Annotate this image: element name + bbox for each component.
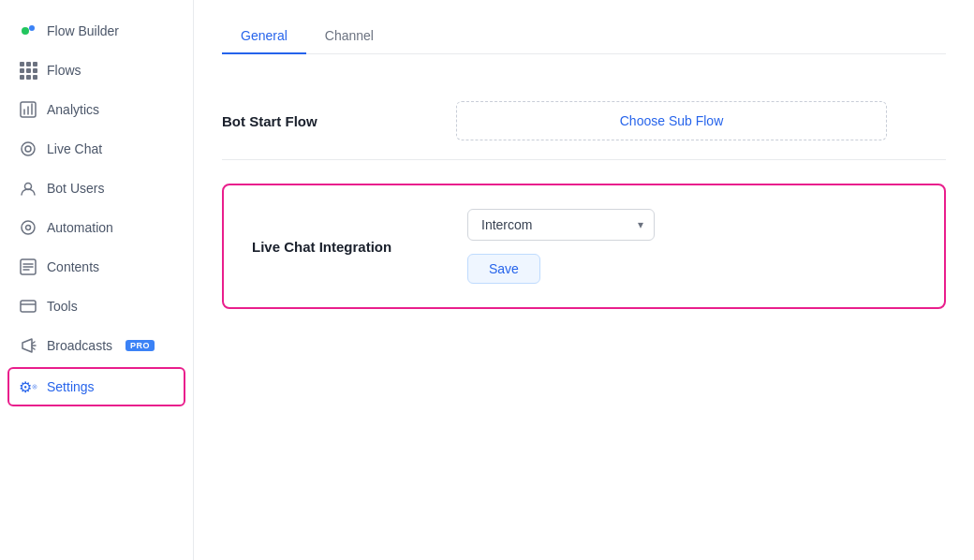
- sidebar-item-label: Tools: [47, 299, 78, 314]
- svg-point-20: [34, 386, 36, 388]
- tools-icon: [19, 297, 37, 316]
- sidebar-item-label: Analytics: [47, 102, 99, 117]
- intercom-select-wrapper: Intercom Zendesk Freshchat None: [467, 209, 655, 241]
- svg-point-1: [29, 25, 35, 31]
- live-chat-provider-select[interactable]: Intercom Zendesk Freshchat None: [467, 209, 655, 241]
- flow-builder-icon: [19, 22, 37, 40]
- tab-general[interactable]: General: [222, 19, 306, 54]
- sidebar-item-label: Flows: [47, 63, 81, 78]
- svg-point-10: [26, 226, 31, 230]
- sidebar-item-broadcasts[interactable]: Broadcasts PRO: [0, 326, 193, 365]
- integration-controls: Intercom Zendesk Freshchat None Save: [467, 209, 655, 284]
- svg-point-9: [22, 221, 35, 234]
- flows-icon: [19, 61, 37, 80]
- bot-start-flow-section: Bot Start Flow Choose Sub Flow: [222, 82, 946, 160]
- svg-rect-15: [21, 301, 36, 312]
- sidebar-item-label: Contents: [47, 259, 99, 274]
- analytics-icon: [19, 100, 37, 119]
- sidebar-item-contents[interactable]: Contents: [0, 247, 193, 287]
- content-area: General Channel Bot Start Flow Choose Su…: [194, 0, 974, 560]
- pro-badge: PRO: [125, 340, 155, 351]
- tabs: General Channel: [222, 0, 946, 54]
- automation-icon: [19, 218, 37, 237]
- sidebar-item-label: Live Chat: [47, 141, 102, 156]
- settings-icon: [19, 377, 37, 396]
- sidebar-item-label: Broadcasts: [47, 338, 112, 353]
- sidebar-item-label: Bot Users: [47, 181, 104, 196]
- sidebar-item-settings[interactable]: Settings: [7, 367, 185, 406]
- botusers-icon: [19, 179, 37, 198]
- svg-point-0: [22, 27, 29, 35]
- sidebar-item-live-chat[interactable]: Live Chat: [0, 129, 193, 169]
- sidebar-item-analytics[interactable]: Analytics: [0, 90, 193, 129]
- choose-sub-flow-button[interactable]: Choose Sub Flow: [456, 101, 887, 140]
- svg-point-7: [25, 146, 31, 152]
- livechat-icon: [19, 140, 37, 158]
- broadcasts-icon: [19, 336, 37, 355]
- sidebar-item-label: Flow Builder: [47, 23, 119, 38]
- sidebar-item-flows[interactable]: Flows: [0, 51, 193, 90]
- live-chat-integration-card: Live Chat Integration Intercom Zendesk F…: [222, 184, 946, 309]
- svg-point-6: [22, 142, 35, 155]
- tab-channel[interactable]: Channel: [306, 19, 392, 54]
- save-button[interactable]: Save: [467, 254, 540, 284]
- sidebar-item-bot-users[interactable]: Bot Users: [0, 169, 193, 208]
- sidebar: Flow Builder Flows Analytics: [0, 0, 194, 560]
- sidebar-item-label: Automation: [47, 220, 113, 235]
- sidebar-item-label: Settings: [47, 379, 95, 394]
- sidebar-item-flow-builder[interactable]: Flow Builder: [0, 11, 193, 51]
- sidebar-item-automation[interactable]: Automation: [0, 208, 193, 247]
- bot-start-flow-label: Bot Start Flow: [222, 113, 456, 129]
- main-content: General Channel Bot Start Flow Choose Su…: [194, 0, 974, 560]
- live-chat-integration-label: Live Chat Integration: [252, 239, 439, 255]
- contents-icon: [19, 258, 37, 276]
- sidebar-item-tools[interactable]: Tools: [0, 287, 193, 326]
